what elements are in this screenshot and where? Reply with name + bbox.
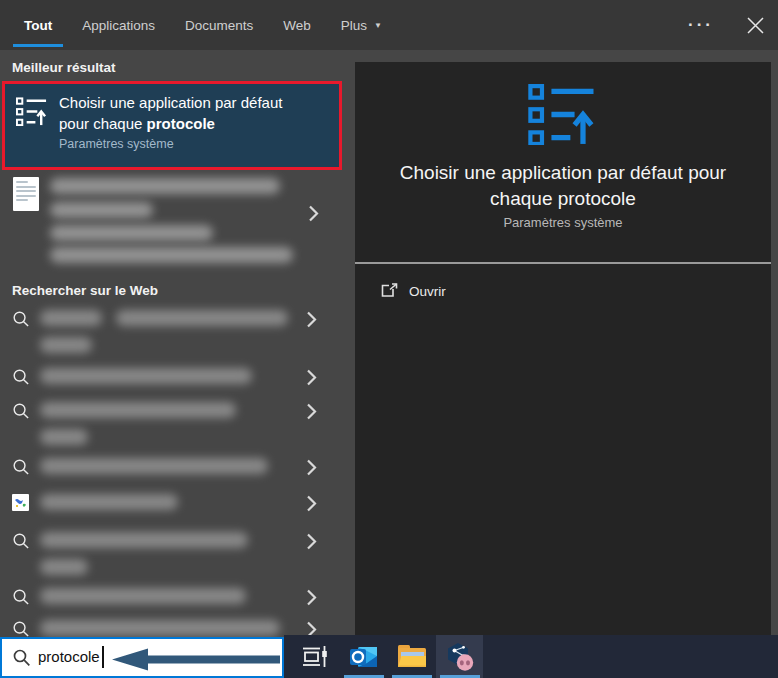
web-search-result-row[interactable] — [0, 530, 345, 586]
tab-tout[interactable]: Tout — [22, 0, 54, 50]
best-result-item[interactable]: Choisir une application par défautpour c… — [5, 84, 339, 167]
redacted-text-segment — [40, 337, 92, 353]
magnifier-icon — [12, 458, 30, 476]
best-match-section-label: Meilleur résultat — [12, 60, 116, 75]
custom-app-icon — [445, 642, 475, 672]
web-favicon — [12, 494, 29, 511]
redacted-text-segment — [40, 368, 252, 384]
chevron-right-icon[interactable] — [306, 311, 317, 328]
more-options-icon[interactable]: ··· — [688, 20, 714, 30]
default-apps-icon — [16, 97, 48, 130]
chevron-right-icon[interactable] — [306, 589, 317, 606]
redacted-text-segment — [40, 494, 178, 510]
file-explorer-icon — [397, 643, 427, 670]
best-result-title: Choisir une application par défautpour c… — [59, 92, 329, 134]
web-search-result-row[interactable] — [0, 308, 345, 364]
tab-plus[interactable]: Plus▼ — [339, 0, 384, 50]
magnifier-icon — [12, 620, 30, 638]
chevron-right-icon[interactable] — [308, 205, 319, 222]
document-result-item[interactable] — [0, 170, 345, 276]
filter-tabs: ToutApplicationsDocumentsWebPlus▼ — [22, 0, 384, 50]
magnifier-icon — [12, 310, 30, 328]
chevron-right-icon[interactable] — [306, 495, 317, 512]
chevron-right-icon[interactable] — [306, 403, 317, 420]
topbar-actions: ··· — [688, 0, 778, 50]
redacted-text-line — [50, 202, 153, 218]
preview-divider — [355, 262, 771, 264]
redacted-text-line — [50, 247, 293, 263]
web-search-result-row[interactable] — [0, 400, 345, 456]
web-search-result-row[interactable] — [0, 456, 345, 490]
web-search-result-row[interactable] — [0, 366, 345, 400]
default-apps-large-icon — [528, 84, 598, 149]
close-icon[interactable] — [740, 10, 770, 40]
search-icon — [12, 648, 31, 667]
taskbar-outlook-button[interactable] — [342, 635, 386, 678]
outlook-icon — [350, 643, 378, 671]
web-search-result-row[interactable] — [0, 586, 345, 620]
search-input[interactable]: protocole — [0, 637, 284, 678]
document-thumbnail-icon — [13, 177, 39, 211]
redacted-text-segment — [40, 620, 280, 636]
tab-applications[interactable]: Applications — [80, 0, 157, 50]
web-search-section-label: Rechercher sur le Web — [12, 283, 158, 298]
magnifier-icon — [12, 588, 30, 606]
annotation-arrow — [112, 648, 280, 671]
task-view-button[interactable] — [292, 635, 336, 678]
redacted-text-line — [50, 178, 280, 194]
search-query-text: protocole — [38, 648, 100, 665]
taskbar-active-app-button[interactable] — [436, 635, 483, 678]
chevron-right-icon[interactable] — [306, 459, 317, 476]
redacted-text-segment — [116, 310, 288, 326]
redacted-text-segment — [40, 429, 88, 445]
search-window-topbar: ToutApplicationsDocumentsWebPlus▼ ··· — [0, 0, 778, 50]
redacted-text-segment — [40, 402, 236, 418]
chevron-down-icon: ▼ — [374, 21, 382, 30]
web-search-result-row[interactable] — [0, 492, 345, 526]
chevron-right-icon[interactable] — [306, 369, 317, 386]
redacted-text-segment — [40, 310, 102, 326]
open-external-icon — [381, 283, 398, 298]
taskbar — [284, 635, 778, 678]
open-label: Ouvrir — [409, 284, 446, 299]
task-view-icon — [301, 644, 328, 669]
redacted-text-line — [50, 225, 213, 241]
redacted-text-segment — [40, 588, 246, 604]
chevron-right-icon[interactable] — [306, 533, 317, 550]
magnifier-icon — [12, 368, 30, 386]
taskbar-file-explorer-button[interactable] — [390, 635, 434, 678]
redacted-text-segment — [40, 559, 88, 575]
magnifier-icon — [12, 532, 30, 550]
preview-subtitle: Paramètres système — [368, 215, 758, 230]
redacted-text-segment — [40, 458, 268, 474]
preview-title: Choisir une application par défaut pour … — [368, 160, 758, 212]
annotation-red-box: Choisir une application par défautpour c… — [2, 81, 342, 170]
best-result-subtitle: Paramètres système — [59, 137, 174, 151]
open-action[interactable]: Ouvrir — [355, 274, 771, 310]
tab-documents[interactable]: Documents — [183, 0, 255, 50]
redacted-text-segment — [40, 532, 248, 548]
magnifier-icon — [12, 402, 30, 420]
result-preview-panel: Choisir une application par défaut pour … — [355, 62, 771, 635]
text-cursor — [102, 646, 104, 668]
tab-web[interactable]: Web — [281, 0, 313, 50]
